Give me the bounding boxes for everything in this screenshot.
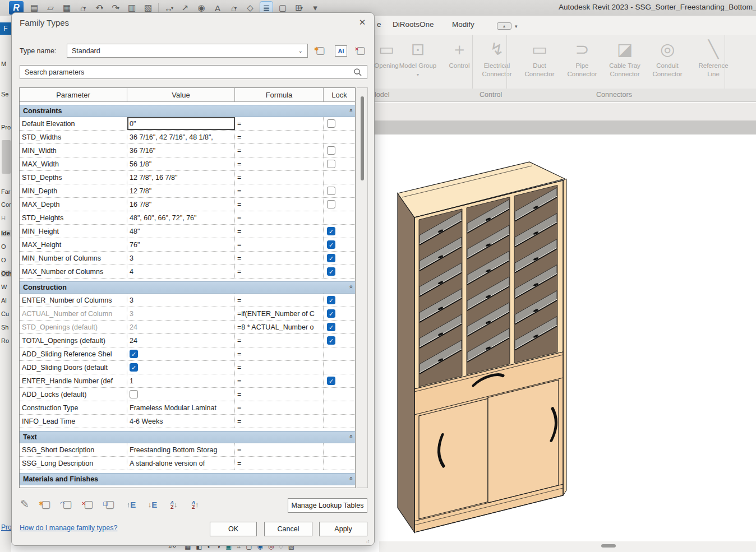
lock-cell[interactable]: [324, 157, 355, 170]
value-cell[interactable]: 12 7/8", 16 7/8": [127, 171, 235, 184]
value-cell[interactable]: 12 7/8": [127, 184, 235, 197]
collapse-icon[interactable]: »: [347, 436, 354, 438]
param-cell[interactable]: MAX_Width: [20, 157, 127, 170]
value-cell[interactable]: Freestanding Bottom Storag: [127, 443, 235, 456]
value-cell[interactable]: 56 1/8": [127, 157, 235, 170]
canvas-horizontal-scrollbar[interactable]: [379, 541, 756, 552]
param-cell[interactable]: Construction Type: [20, 401, 127, 414]
close-icon[interactable]: ✕: [356, 16, 368, 29]
lock-checkbox[interactable]: ✓: [327, 336, 335, 345]
param-cell[interactable]: STD_Openings (default): [20, 321, 127, 333]
lock-checkbox[interactable]: ✓: [327, 377, 335, 385]
dropdown-arrow-icon[interactable]: ▾: [117, 6, 119, 11]
dropdown-arrow-icon[interactable]: ▾: [417, 72, 419, 77]
lock-cell[interactable]: [324, 415, 355, 428]
lock-checkbox[interactable]: [327, 200, 335, 208]
new-type-icon[interactable]: ▢✱: [314, 43, 327, 58]
formula-cell[interactable]: =: [235, 144, 324, 157]
delete-type-icon[interactable]: ▢✕: [354, 43, 367, 58]
manage-lookup-tables-button[interactable]: Manage Lookup Tables: [288, 498, 367, 513]
formula-cell[interactable]: =: [235, 157, 324, 170]
value-cell[interactable]: 48": [127, 225, 235, 238]
formula-cell[interactable]: =if(ENTER_Number of C: [235, 307, 324, 320]
value-cell[interactable]: 4-6 Weeks: [127, 415, 235, 428]
lock-cell[interactable]: [324, 388, 355, 401]
ribbon-display-toggle[interactable]: ▲: [497, 22, 511, 30]
column-header-lock[interactable]: Lock: [324, 88, 355, 101]
lock-cell[interactable]: [324, 144, 355, 157]
table-scrollbar-thumb[interactable]: [361, 96, 364, 180]
formula-cell[interactable]: =: [235, 347, 324, 360]
value-cell[interactable]: 16 7/8": [127, 198, 235, 211]
search-icon[interactable]: [353, 68, 362, 77]
value-cell[interactable]: 36 7/16": [127, 144, 235, 157]
formula-cell[interactable]: =8 * ACTUAL_Number o: [235, 321, 324, 333]
dropdown-arrow-icon[interactable]: ▾: [171, 6, 173, 11]
lock-cell[interactable]: [324, 361, 355, 374]
ribbon-tab-dirootsone[interactable]: DiRootsOne: [393, 20, 434, 29]
lock-checkbox[interactable]: [327, 160, 335, 168]
param-cell[interactable]: MAX_Depth: [20, 198, 127, 211]
lock-checkbox[interactable]: ✓: [327, 309, 335, 318]
lock-checkbox[interactable]: ✓: [327, 227, 335, 235]
param-cell[interactable]: SSG_Long Description: [20, 457, 127, 470]
lock-checkbox[interactable]: ✓: [327, 323, 335, 331]
param-cell[interactable]: Default Elevation: [20, 117, 127, 130]
section-header-constraints[interactable]: Constraints»: [20, 105, 355, 117]
section-header-text[interactable]: Text»: [20, 431, 355, 443]
lock-cell[interactable]: [324, 171, 355, 184]
param-cell[interactable]: SSG_Short Description: [20, 443, 127, 456]
param-cell[interactable]: ADD_Sliding Reference Shel: [20, 347, 127, 360]
lock-cell[interactable]: ✓: [324, 334, 355, 347]
formula-cell[interactable]: =: [235, 388, 324, 401]
dropdown-arrow-icon[interactable]: ▾: [234, 6, 237, 11]
param-cell[interactable]: MAX_Number of Columns: [20, 265, 127, 278]
value-cell[interactable]: ✓: [127, 361, 235, 374]
value-cell[interactable]: 24: [127, 321, 235, 333]
value-cell[interactable]: 0": [127, 117, 235, 130]
duplicate-parameter-icon[interactable]: ▢▢: [103, 497, 117, 512]
formula-cell[interactable]: =: [235, 131, 324, 143]
param-cell[interactable]: MIN_Height: [20, 225, 127, 238]
value-cell[interactable]: A stand-alone version of: [127, 457, 235, 470]
ok-button[interactable]: OK: [210, 522, 257, 536]
value-cell[interactable]: 36 7/16", 42 7/16", 48 1/8",: [127, 131, 235, 143]
param-cell[interactable]: MIN_Depth: [20, 184, 127, 197]
value-cell[interactable]: 24: [127, 334, 235, 347]
formula-cell[interactable]: =: [235, 361, 324, 374]
lock-cell[interactable]: [324, 117, 355, 130]
cancel-button[interactable]: Cancel: [264, 522, 312, 536]
section-header-construction[interactable]: Construction»: [20, 281, 355, 294]
table-scrollbar[interactable]: [357, 87, 368, 488]
lock-cell[interactable]: ✓: [324, 252, 355, 265]
move-up-icon[interactable]: ↑E: [124, 497, 139, 512]
ribbon-tab-modify[interactable]: Modify: [452, 20, 474, 29]
lock-cell[interactable]: ✓: [324, 238, 355, 251]
move-down-icon[interactable]: ↓E: [145, 497, 160, 512]
lock-checkbox[interactable]: [327, 119, 335, 128]
param-cell[interactable]: MIN_Width: [20, 144, 127, 157]
formula-cell[interactable]: =: [235, 171, 324, 184]
help-link[interactable]: How do I manage family types?: [20, 524, 117, 532]
ribbon-button-duct-connector[interactable]: ▭Duct Connector: [518, 37, 561, 78]
type-name-dropdown[interactable]: Standard ⌄: [67, 44, 308, 58]
dropdown-arrow-icon[interactable]: ▾: [101, 6, 103, 11]
lock-cell[interactable]: ✓: [324, 225, 355, 238]
value-cell[interactable]: Frameless Modular Laminat: [127, 401, 235, 414]
formula-cell[interactable]: =: [235, 211, 324, 224]
param-cell[interactable]: ENTER_Number of Columns: [20, 294, 127, 307]
properties-link[interactable]: Pro: [1, 523, 12, 531]
ribbon-tab-e[interactable]: e: [377, 20, 381, 29]
param-cell[interactable]: ENTER_Handle Number (def: [20, 374, 127, 387]
value-checkbox[interactable]: ✓: [130, 350, 138, 358]
formula-cell[interactable]: =: [235, 457, 324, 470]
ribbon-button-conduit-connector[interactable]: ◎Conduit Connector: [646, 37, 689, 78]
ribbon-button-reference-line[interactable]: ╲Reference Line: [692, 37, 735, 78]
collapse-icon[interactable]: »: [347, 478, 354, 480]
lock-cell[interactable]: ✓: [324, 321, 355, 333]
dropdown-arrow-icon[interactable]: ▾: [301, 6, 303, 11]
file-tab[interactable]: F: [0, 22, 11, 35]
canvas-scrollbar-thumb[interactable]: [601, 544, 616, 548]
lock-checkbox[interactable]: ✓: [327, 254, 335, 262]
sort-descending-icon[interactable]: AZ↑: [188, 497, 202, 512]
